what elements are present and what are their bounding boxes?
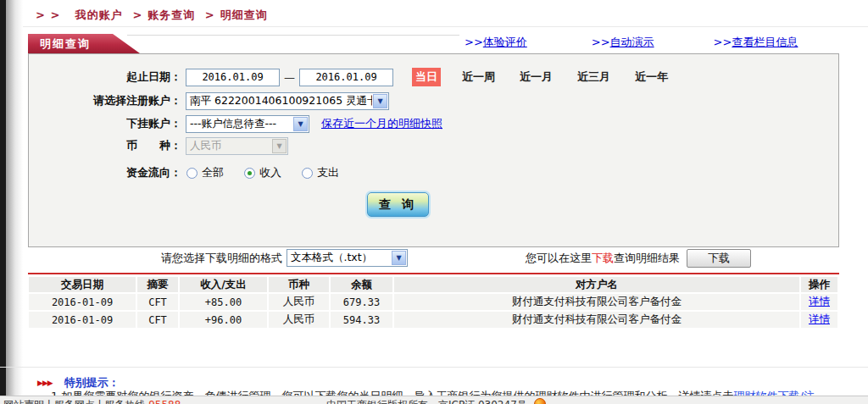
flow-option-income[interactable]: 收入 (244, 165, 281, 180)
cell-amount: +85.00 (179, 293, 268, 311)
currency-label: 币 种： (29, 138, 181, 153)
link-view-column-info[interactable]: >>查看栏目信息 (714, 35, 798, 50)
link-auto-demo[interactable]: >>自动演示 (592, 35, 654, 50)
service-hotline: 95588 (148, 399, 181, 404)
detail-link[interactable]: 详情 (809, 313, 830, 325)
download-format-select[interactable]: 文本格式（.txt） ▼ (287, 249, 408, 267)
col-header-counterparty: 对方户名 (393, 277, 800, 293)
breadcrumb-item-account-query[interactable]: 账务查询 (147, 8, 195, 21)
currency-select: 人民币 ▼ (186, 137, 288, 155)
page-footer: 网站声明 | 服务网点 | 服务热线 95588 中国工商银行版权所有 京ICP… (0, 396, 868, 404)
table-header-row: 交易日期 摘要 收入/支出 币种 余额 对方户名 操作 (29, 277, 838, 293)
quick-range-today[interactable]: 当日 (412, 68, 441, 86)
cell-summary: CFT (136, 311, 179, 329)
page: > > 我的账户 >账务查询 >明细查询 明细查询 >>体验评价 >>自动演示 … (0, 0, 868, 404)
cell-date: 2016-01-09 (29, 293, 136, 311)
col-header-amount: 收入/支出 (179, 277, 268, 293)
col-header-currency: 币种 (268, 277, 330, 293)
quick-range-year[interactable]: 近一年 (635, 69, 668, 85)
download-action-group: 您可以在这里下载查询明细结果 下载 (526, 249, 751, 268)
chevron-down-icon: ▼ (392, 251, 406, 265)
table-top-divider (28, 273, 839, 274)
footer-copyright: 中国工商银行版权所有 (326, 398, 428, 404)
col-header-summary: 摘要 (136, 277, 179, 293)
download-row: 请您选择下载明细的格式 文本格式（.txt） ▼ 您可以在这里下载查询明细结果 … (28, 249, 839, 269)
download-format-group: 请您选择下载明细的格式 文本格式（.txt） ▼ (161, 249, 408, 267)
tab-detail-query[interactable]: 明细查询 (28, 34, 140, 53)
sub-account-label: 下挂账户： (29, 116, 181, 131)
cell-currency: 人民币 (268, 311, 330, 329)
date-range-row: 起止日期： — 当日 近一周 近一月 近三月 近一年 (29, 68, 826, 86)
cell-currency: 人民币 (268, 293, 330, 311)
download-hint: 您可以在这里下载查询明细结果 (526, 251, 680, 266)
cell-counterparty: 财付通支付科技有限公司客户备付金 (393, 311, 800, 329)
breadcrumb: > > 我的账户 >账务查询 >明细查询 (36, 8, 268, 23)
register-account-select[interactable]: 南平 6222001406100921065 灵通卡 ▼ (186, 92, 389, 110)
cell-date: 2016-01-09 (29, 311, 136, 329)
chevron-down-icon: ▼ (293, 117, 308, 131)
footer-links[interactable]: 网站声明 | 服务网点 | 服务热线 95588 (3, 398, 181, 404)
triple-arrow-icon: ▶▶▶ (37, 379, 53, 387)
cell-balance: 679.33 (330, 293, 393, 311)
fund-flow-options: 全部 收入 支出 (186, 165, 359, 180)
sub-account-row: 下挂账户： ---账户信息待查--- ▼ 保存近一个月的明细快照 (29, 114, 826, 133)
footer-icp: 京ICP证 030247号 (438, 398, 527, 404)
detail-link[interactable]: 详情 (809, 295, 830, 307)
tab-top-line (127, 35, 459, 36)
download-button[interactable]: 下载 (687, 249, 751, 268)
query-button[interactable]: 查 询 (367, 192, 429, 217)
quick-range-3months[interactable]: 近三月 (577, 69, 610, 85)
snapshot-link[interactable]: 保存近一个月的明细快照 (321, 116, 442, 131)
quick-range-group: 当日 近一周 近一月 近三月 近一年 (412, 68, 693, 86)
top-links: >>体验评价 >>自动演示 >>查看栏目信息 (465, 35, 837, 50)
flow-option-all[interactable]: 全部 (186, 165, 224, 180)
table-row: 2016-01-09 CFT +96.00 人民币 594.33 财付通支付科技… (29, 311, 838, 329)
download-format-label: 请您选择下载明细的格式 (161, 251, 282, 266)
radio-icon (302, 168, 313, 179)
sub-account-select[interactable]: ---账户信息待查--- ▼ (186, 115, 309, 133)
download-hint-highlight: 下载 (592, 252, 614, 264)
header-divider (23, 26, 868, 27)
radio-checked-icon (244, 168, 255, 179)
breadcrumb-item-detail-query[interactable]: 明细查询 (220, 8, 268, 21)
link-experience-rating[interactable]: >>体验评价 (465, 35, 527, 50)
results-table: 交易日期 摘要 收入/支出 币种 余额 对方户名 操作 2016-01-09 C… (29, 277, 839, 329)
col-header-balance: 余额 (330, 277, 393, 293)
date-dash: — (284, 71, 295, 84)
cell-amount: +96.00 (179, 311, 268, 329)
content-divider (0, 367, 868, 368)
date-from-input[interactable] (186, 69, 280, 86)
currency-row: 币 种： 人民币 ▼ (29, 136, 826, 155)
query-form-panel: 起止日期： — 当日 近一周 近一月 近三月 近一年 请选择注册账户： 南平 6… (28, 53, 839, 247)
cell-counterparty: 财付通支付科技有限公司客户备付金 (393, 293, 800, 311)
register-account-row: 请选择注册账户： 南平 6222001406100921065 灵通卡 ▼ (29, 91, 826, 110)
quick-range-month[interactable]: 近一月 (520, 69, 553, 85)
table-row: 2016-01-09 CFT +85.00 人民币 679.33 财付通支付科技… (29, 293, 838, 311)
radio-icon (186, 168, 198, 179)
fund-flow-row: 资金流向： 全部 收入 支出 (29, 163, 826, 182)
cell-summary: CFT (136, 293, 179, 311)
col-header-action: 操作 (800, 277, 838, 293)
flow-option-expense[interactable]: 支出 (302, 165, 339, 180)
date-to-input[interactable] (299, 69, 393, 86)
cell-balance: 594.33 (330, 311, 393, 329)
quick-range-week[interactable]: 近一周 (462, 69, 495, 85)
fund-flow-label: 资金流向： (29, 165, 181, 180)
left-edge-strip (0, 0, 6, 396)
chevron-down-icon: ▼ (272, 139, 287, 153)
breadcrumb-arrows: > > (36, 8, 60, 21)
date-range-label: 起止日期： (29, 69, 181, 85)
col-header-date: 交易日期 (29, 277, 136, 293)
chevron-down-icon: ▼ (373, 94, 387, 108)
breadcrumb-item-my-account[interactable]: 我的账户 (75, 8, 123, 21)
icp-badge-icon (534, 398, 546, 404)
register-account-label: 请选择注册账户： (29, 93, 181, 108)
left-edge-fade (6, 0, 23, 396)
